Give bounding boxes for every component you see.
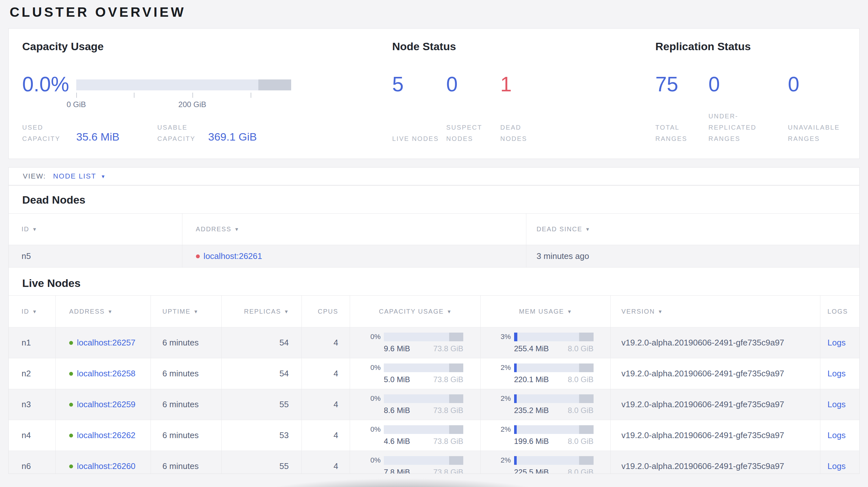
- stat-label: UNDER-REPLICATED RANGES: [708, 111, 788, 144]
- capacity-usage-title: Capacity Usage: [22, 40, 103, 53]
- column-header-label: CPUS: [318, 308, 338, 315]
- usage-bar-fill: [514, 456, 517, 465]
- stat-unavailable-ranges: 0UNAVAILABLE RANGES: [788, 29, 868, 159]
- column-header-label: MEM USAGE: [519, 308, 564, 315]
- column-header-address[interactable]: ADDRESS▼: [56, 296, 151, 327]
- node-address-cell: localhost:26260: [56, 451, 151, 474]
- usage-percent: 0%: [367, 333, 381, 341]
- axis-tick: [251, 93, 251, 98]
- live-table-header: ID▼ADDRESS▼UPTIME▼REPLICAS▼CPUSCAPACITY …: [9, 296, 859, 327]
- usage-total-value: 73.8 GiB: [433, 437, 463, 446]
- usage-bar-track: [384, 333, 463, 341]
- usage-used-value: 8.6 MiB: [384, 406, 410, 415]
- replication-stats: 75TOTAL RANGES0UNDER-REPLICATED RANGES0U…: [655, 29, 868, 159]
- node-id-cell: n6: [9, 451, 56, 474]
- usage-bar-reserved: [449, 394, 463, 403]
- version-cell: v19.2.0-alpha.20190606-2491-gfe735c9a97: [611, 327, 820, 358]
- column-header-version[interactable]: VERSION▼: [611, 296, 820, 327]
- column-header-replicas[interactable]: REPLICAS▼: [222, 296, 302, 327]
- dead-nodes-title: Dead Nodes: [22, 193, 859, 206]
- usage-labels: 9.6 MiB73.8 GiB: [384, 344, 463, 353]
- usage-bar-row: 2%: [497, 456, 594, 465]
- logs-link[interactable]: Logs: [828, 461, 845, 471]
- version-cell-value: v19.2.0-alpha.20190606-2491-gfe735c9a97: [622, 430, 784, 441]
- column-header-cpus: CPUS: [302, 296, 350, 327]
- node-id-cell: n1: [9, 327, 56, 358]
- axis-tick-label: 0 GiB: [67, 100, 86, 109]
- usage-percent: 2%: [497, 363, 511, 372]
- sort-arrow-icon: ▼: [32, 309, 37, 314]
- stat-value: 0: [788, 72, 800, 96]
- usage-bar-track: [514, 394, 594, 403]
- capacity-usage-cell: 0%9.6 MiB73.8 GiB: [350, 327, 480, 358]
- node-id: n1: [22, 338, 31, 348]
- usage-meter: 2%199.6 MiB8.0 GiB: [497, 425, 594, 446]
- live-node-row: n2localhost:262586 minutes5440%5.0 MiB73…: [9, 358, 859, 389]
- column-header-mem-usage[interactable]: MEM USAGE▼: [480, 296, 611, 327]
- live-status-dot-icon: [69, 403, 73, 407]
- live-nodes-title: Live Nodes: [22, 277, 859, 290]
- node-address-link[interactable]: localhost:26259: [77, 399, 135, 410]
- column-header-capacity-usage[interactable]: CAPACITY USAGE▼: [350, 296, 480, 327]
- column-header-id[interactable]: ID▼: [9, 296, 56, 327]
- sort-arrow-icon: ▼: [658, 309, 663, 314]
- stat-value: 1: [500, 72, 512, 96]
- node-address-cell: localhost:26258: [56, 358, 151, 389]
- node-address-cell: localhost:26262: [56, 420, 151, 451]
- node-id-cell: n3: [9, 389, 56, 420]
- node-id: n4: [22, 430, 31, 441]
- logs-link[interactable]: Logs: [828, 430, 845, 441]
- usage-bar-row: 0%: [367, 425, 463, 434]
- replicas-cell-value: 54: [279, 338, 288, 348]
- dead-since-cell: 3 minutes ago: [526, 245, 859, 267]
- version-cell-value: v19.2.0-alpha.20190606-2491-gfe735c9a97: [622, 399, 784, 410]
- axis-tick-label: 200 GiB: [178, 100, 206, 109]
- usage-bar-row: 3%: [497, 333, 594, 341]
- usage-used-value: 255.4 MiB: [514, 344, 549, 353]
- live-nodes-table: ID▼ADDRESS▼UPTIME▼REPLICAS▼CPUSCAPACITY …: [9, 295, 859, 474]
- usage-total-value: 73.8 GiB: [433, 344, 463, 353]
- usage-bar-track: [384, 425, 463, 434]
- logs-link[interactable]: Logs: [828, 399, 845, 410]
- column-header-label: DEAD SINCE: [537, 226, 582, 233]
- column-header-label: ADDRESS: [69, 308, 105, 315]
- dead-node-row: n5localhost:262613 minutes ago: [9, 245, 859, 268]
- cpus-cell-value: 4: [334, 369, 338, 379]
- node-id-cell: n2: [9, 358, 56, 389]
- node-address-link[interactable]: localhost:26261: [204, 251, 262, 261]
- column-header-label: REPLICAS: [244, 308, 281, 315]
- sort-arrow-icon: ▼: [284, 309, 289, 314]
- stat-label: SUSPECT NODES: [446, 122, 500, 144]
- column-header-uptime[interactable]: UPTIME▼: [151, 296, 222, 327]
- column-header-dead-since[interactable]: DEAD SINCE▼: [526, 214, 859, 245]
- usage-meter: 0%4.6 MiB73.8 GiB: [367, 425, 463, 446]
- view-selected-value[interactable]: NODE LIST: [53, 172, 96, 181]
- column-header-id[interactable]: ID▼: [9, 214, 182, 245]
- usage-meter: 2%235.2 MiB8.0 GiB: [497, 394, 594, 415]
- node-address-link[interactable]: localhost:26257: [77, 338, 135, 348]
- live-node-row: n4localhost:262626 minutes5340%4.6 MiB73…: [9, 420, 859, 451]
- node-address-link[interactable]: localhost:26262: [77, 430, 135, 441]
- live-status-dot-icon: [69, 433, 73, 437]
- node-address-link[interactable]: localhost:26258: [77, 369, 135, 379]
- logs-link[interactable]: Logs: [828, 369, 845, 379]
- node-address-link[interactable]: localhost:26260: [77, 461, 135, 471]
- stat-label: LIVE NODES: [392, 133, 443, 144]
- usage-bar-row: 2%: [497, 425, 594, 434]
- logs-link[interactable]: Logs: [828, 338, 845, 348]
- capacity-usage-percent: 0.0%: [22, 72, 69, 96]
- view-selector-dropdown[interactable]: NODE LIST ▼: [53, 172, 105, 181]
- page-title: CLUSTER OVERVIEW: [10, 4, 186, 20]
- capacity-bar-track: [76, 79, 291, 90]
- usage-bar-fill: [514, 394, 517, 403]
- usage-total-value: 8.0 GiB: [568, 437, 594, 446]
- axis-tick: [192, 93, 193, 98]
- dead-table-header: ID▼ADDRESS▼DEAD SINCE▼: [9, 214, 859, 245]
- column-header-logs: LOGS: [820, 296, 859, 327]
- window-shadow: [206, 470, 624, 487]
- usage-bar-reserved: [449, 363, 463, 372]
- usage-bar-reserved: [579, 394, 593, 403]
- column-header-address[interactable]: ADDRESS▼: [182, 214, 526, 245]
- usage-bar-track: [384, 456, 463, 465]
- column-header-label: ADDRESS: [196, 226, 231, 233]
